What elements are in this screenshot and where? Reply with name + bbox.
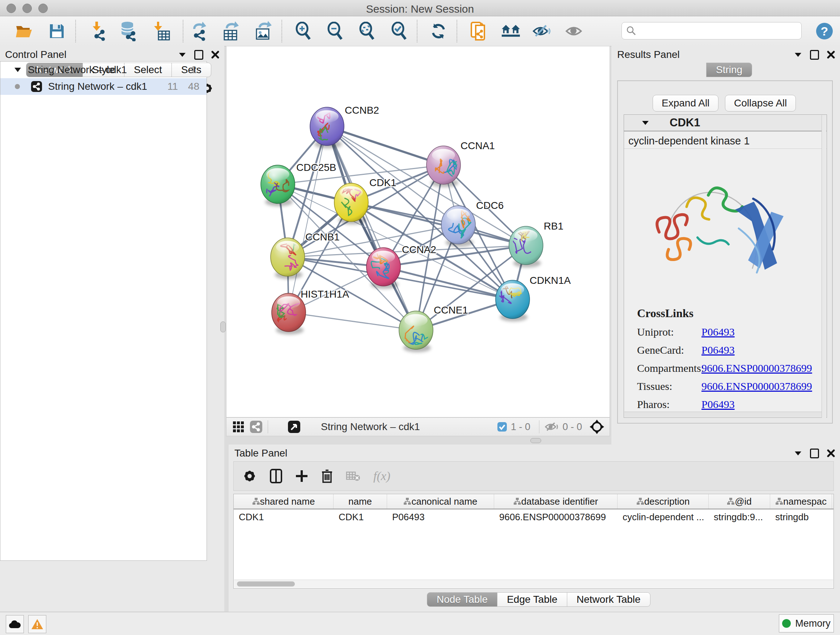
show-all-button[interactable] (564, 21, 584, 41)
grid-view-icon[interactable] (232, 421, 245, 433)
card-horizontal-scrollbar[interactable] (624, 412, 823, 417)
table-cell[interactable]: CDK1 (234, 509, 333, 524)
save-session-button[interactable] (47, 21, 66, 41)
graph-node-CCNB1[interactable] (271, 238, 305, 279)
memory-button[interactable]: Memory (779, 614, 834, 632)
tab-network-table[interactable]: Network Table (567, 592, 651, 607)
card-vertical-scrollbar[interactable] (821, 115, 826, 418)
column-header-namespac[interactable]: namespac (770, 494, 832, 509)
table-horizontal-scrollbar[interactable] (234, 580, 833, 588)
network-tree-row[interactable]: String Network – cdk11148 (0, 78, 207, 95)
panel-close-icon[interactable] (211, 51, 219, 59)
export-network-button[interactable] (190, 21, 210, 41)
tab-string[interactable]: String (706, 63, 752, 77)
crosslink-link[interactable]: P06493 (701, 344, 735, 356)
crosslink-link[interactable]: 9606.ENSP00000378699 (701, 380, 812, 393)
graph-node-CDC25B[interactable] (261, 165, 295, 206)
table-cell[interactable]: stringdb:9... (709, 509, 770, 524)
import-table-button[interactable] (152, 21, 172, 41)
crosslink-link[interactable]: P06493 (701, 326, 735, 338)
import-network-button[interactable] (88, 21, 108, 41)
table-cell[interactable]: P06493 (387, 509, 494, 524)
delete-column-icon[interactable] (321, 469, 333, 483)
table-header-row: shared namenamecanonical namedatabase id… (234, 494, 834, 509)
network-view-toolbar: String Network – cdk1 1 - 0 0 - 0 (226, 417, 610, 436)
detach-view-icon[interactable] (287, 420, 301, 433)
hidden-eye-slash-icon[interactable] (545, 421, 559, 432)
selected-checkbox-icon[interactable] (497, 422, 507, 432)
home-networks-button[interactable] (501, 21, 521, 41)
network-canvas[interactable]: CCNB2CCNA1CDC25BCDK1CDC6RB1CCNB1CCNA2CDK… (226, 46, 610, 417)
network-graph[interactable]: CCNB2CCNA1CDC25BCDK1CDC6RB1CCNB1CCNA2CDK… (226, 46, 609, 417)
current-network-dot (15, 84, 20, 89)
export-table-button[interactable] (221, 21, 240, 41)
column-header-database-identifier[interactable]: database identifier (494, 494, 617, 509)
graph-node-CDKN1A[interactable] (496, 280, 530, 321)
crosslink-row: Tissues:9606.ENSP00000378699 (637, 380, 827, 393)
table-cell[interactable]: cyclin-dependent ... (617, 509, 709, 524)
graph-node-RB1[interactable] (509, 226, 543, 268)
node-entry-header[interactable]: CDK1 (624, 115, 827, 131)
panel-close-icon[interactable] (827, 449, 835, 457)
warning-icon (31, 618, 44, 630)
table-row[interactable]: CDK1CDK1P064939606.ENSP00000378699cyclin… (234, 509, 834, 524)
vertical-splitter-handle-left[interactable] (220, 321, 226, 333)
node-count: 1 (191, 64, 196, 76)
column-header--id[interactable]: @id (709, 494, 770, 509)
hide-selected-button[interactable] (532, 21, 552, 41)
tab-node-table[interactable]: Node Table (427, 592, 497, 607)
network-tree-row[interactable]: String Network – cdk11 (0, 62, 207, 78)
search-input[interactable] (636, 25, 793, 37)
string-network-icon (31, 81, 42, 92)
tree-expand-icon[interactable] (14, 67, 21, 73)
crosslink-link[interactable]: 9606.ENSP00000378699 (701, 362, 812, 374)
collapse-all-button[interactable]: Collapse All (725, 95, 796, 111)
network-view-icon[interactable] (249, 420, 263, 433)
graph-node-CDC6[interactable] (441, 206, 475, 247)
zoom-in-button[interactable] (294, 21, 313, 41)
show-columns-icon[interactable] (270, 469, 282, 483)
panel-float-icon[interactable] (810, 50, 819, 60)
table-cell[interactable]: stringdb (770, 509, 832, 524)
apply-layout-button[interactable] (429, 21, 448, 41)
column-header-description[interactable]: description (617, 494, 709, 509)
table-cell[interactable]: CDK1 (333, 509, 387, 524)
horizontal-splitter-handle[interactable] (531, 438, 541, 443)
panel-menu-icon[interactable] (794, 52, 802, 57)
graph-node-CCNE1[interactable] (399, 311, 433, 352)
entry-collapse-icon[interactable] (641, 120, 649, 125)
add-column-icon[interactable] (295, 470, 308, 483)
table-cell[interactable]: 9606.ENSP00000378699 (494, 509, 617, 524)
panel-menu-icon[interactable] (794, 451, 802, 456)
birds-eye-crosshair-icon[interactable] (589, 419, 605, 434)
export-image-button[interactable] (253, 21, 273, 41)
import-network-from-database-button[interactable] (118, 21, 138, 41)
zoom-out-button[interactable] (325, 21, 345, 41)
zoom-fit-button[interactable] (357, 21, 377, 41)
table-settings-gear-icon[interactable] (242, 469, 257, 483)
expand-all-button[interactable]: Expand All (653, 95, 718, 111)
open-session-button[interactable] (14, 21, 34, 41)
panel-float-icon[interactable] (810, 448, 819, 458)
cloud-status-button[interactable] (6, 615, 24, 633)
panel-menu-icon[interactable] (178, 52, 186, 57)
column-header-canonical-name[interactable]: canonical name (387, 494, 494, 509)
scrollbar-thumb[interactable] (237, 581, 295, 586)
shared-column-icon (775, 497, 783, 505)
column-header-name[interactable]: name (333, 494, 387, 509)
copy-document-icon (469, 21, 488, 41)
copy-network-button[interactable] (469, 21, 488, 41)
zoom-selected-button[interactable] (390, 21, 409, 41)
graph-node-CCNB2[interactable] (310, 107, 344, 149)
column-header-shared-name[interactable]: shared name (234, 494, 333, 509)
help-button[interactable]: ? (815, 21, 834, 41)
graph-node-CCNA1[interactable] (426, 146, 461, 187)
panel-close-icon[interactable] (827, 51, 835, 59)
graph-node-CDK1[interactable] (334, 183, 368, 225)
warnings-button[interactable] (28, 615, 46, 633)
search-box[interactable] (622, 22, 802, 40)
panel-float-icon[interactable] (194, 50, 203, 60)
node-label-CCNB1: CCNB1 (305, 231, 340, 242)
tab-edge-table[interactable]: Edge Table (497, 592, 567, 607)
crosslink-link[interactable]: P06493 (701, 398, 735, 410)
